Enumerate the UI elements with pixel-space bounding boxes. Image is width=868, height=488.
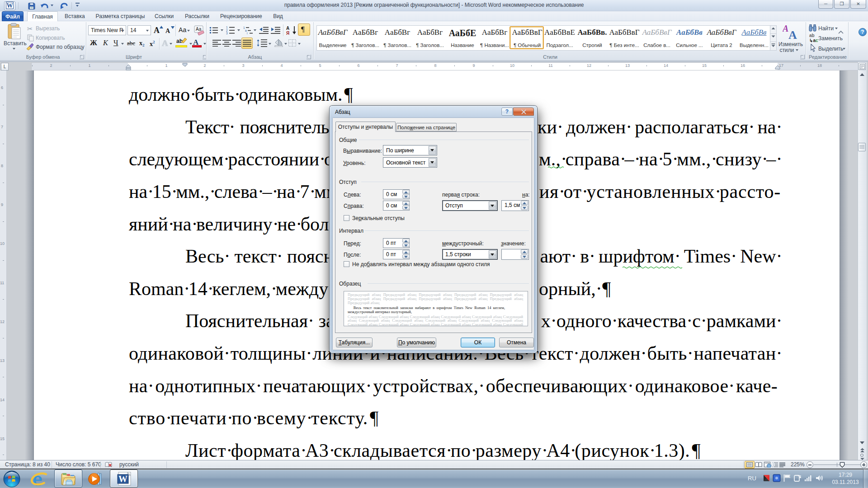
svg-text:i: i xyxy=(247,32,247,34)
svg-text:А: А xyxy=(783,23,788,33)
svg-text:А: А xyxy=(788,28,797,41)
svg-text:1: 1 xyxy=(226,26,228,29)
svg-text:3: 3 xyxy=(226,32,228,34)
svg-text:W: W xyxy=(118,474,127,484)
svg-text:Аа: Аа xyxy=(196,27,202,32)
